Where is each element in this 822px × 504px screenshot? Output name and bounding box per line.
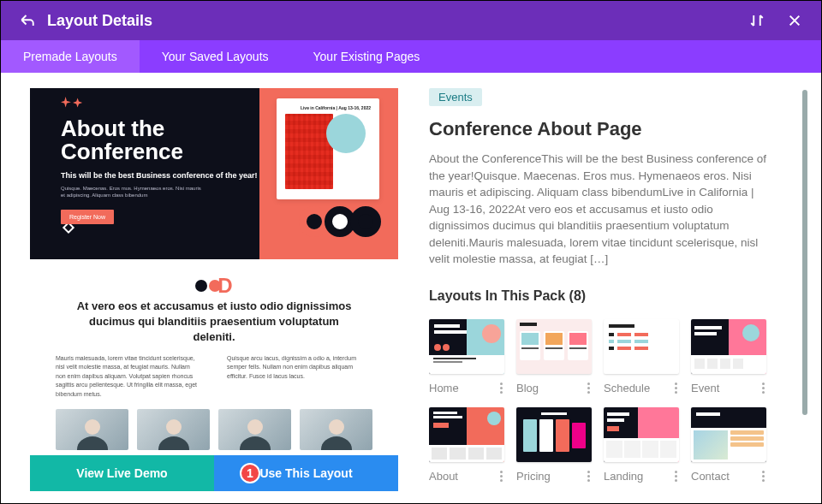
thumb-label: Home <box>429 382 459 394</box>
back-icon[interactable] <box>20 13 35 28</box>
kebab-icon[interactable] <box>673 381 679 395</box>
thumb-label: Landing <box>604 470 643 483</box>
thumb-pricing[interactable]: Pricing <box>516 407 592 483</box>
kebab-icon[interactable] <box>498 469 504 483</box>
sort-icon[interactable] <box>749 13 765 28</box>
scrollbar[interactable] <box>802 90 807 415</box>
tab-existing-pages[interactable]: Your Existing Pages <box>291 40 443 73</box>
thumb-label: Blog <box>516 382 539 394</box>
thumb-blog[interactable]: Blog <box>516 319 592 395</box>
step-badge: 1 <box>240 463 260 483</box>
thumb-label: Contact <box>691 470 730 483</box>
hero-title-line1: About the <box>61 116 164 141</box>
person-thumb <box>56 409 128 450</box>
mid-col-1: Mauris malesuada, lorem vitae tincidunt … <box>56 354 201 400</box>
svg-marker-1 <box>73 98 82 107</box>
kebab-icon[interactable] <box>760 381 766 395</box>
svg-marker-0 <box>61 97 71 108</box>
thumb-label: Schedule <box>604 382 650 394</box>
use-this-layout-button[interactable]: 1 Use This Layout <box>214 455 398 491</box>
layout-title: Conference About Page <box>429 118 795 140</box>
layout-preview: About theConference This will be the bes… <box>30 88 398 450</box>
person-thumb <box>137 409 210 450</box>
thumb-landing[interactable]: Landing <box>604 407 679 483</box>
brand-icon: D <box>56 280 372 292</box>
hero-subtitle: This will be the best Business conferenc… <box>61 171 258 181</box>
layout-description: About the ConferenceThis will be the bes… <box>429 151 771 268</box>
kebab-icon[interactable] <box>586 381 592 395</box>
person-thumb <box>300 409 372 450</box>
thumb-label: Pricing <box>516 470 551 483</box>
mid-heading: At vero eos et accusamus et iusto odio d… <box>68 299 360 346</box>
kebab-icon[interactable] <box>498 381 504 395</box>
card-date: Live in California | Aug 13-16, 2022 <box>285 105 371 110</box>
kebab-icon[interactable] <box>760 469 766 483</box>
thumb-contact[interactable]: Contact <box>691 407 766 483</box>
register-button: Register Now <box>61 210 114 224</box>
tab-bar: Premade Layouts Your Saved Layouts Your … <box>1 40 821 73</box>
kebab-icon[interactable] <box>673 469 679 483</box>
tab-premade-layouts[interactable]: Premade Layouts <box>1 40 140 73</box>
hero-caption: Quisque. Maecenas. Eros mus. Hymenaeos e… <box>61 186 206 199</box>
pack-heading: Layouts In This Pack (8) <box>429 288 795 304</box>
mid-col-2: Quisque arcu lacus, dignissim a odio a, … <box>227 354 372 400</box>
close-icon[interactable] <box>787 13 802 28</box>
kebab-icon[interactable] <box>586 469 592 483</box>
person-thumb <box>218 409 291 450</box>
thumb-schedule[interactable]: Schedule <box>604 319 679 395</box>
sparkle-icon <box>61 97 85 112</box>
titlebar: Layout Details <box>1 1 821 40</box>
thumb-about[interactable]: About <box>429 407 504 483</box>
view-live-demo-button[interactable]: View Live Demo <box>30 455 214 491</box>
thumb-label: About <box>429 470 458 483</box>
category-tag[interactable]: Events <box>429 88 482 106</box>
thumb-event[interactable]: Event <box>691 319 766 395</box>
use-layout-label: Use This Layout <box>259 466 352 480</box>
modal-title: Layout Details <box>47 12 152 30</box>
thumb-home[interactable]: Home <box>429 319 504 395</box>
thumb-label: Event <box>691 382 719 394</box>
tab-saved-layouts[interactable]: Your Saved Layouts <box>140 40 291 73</box>
hero-title-line2: Conference <box>61 139 183 164</box>
